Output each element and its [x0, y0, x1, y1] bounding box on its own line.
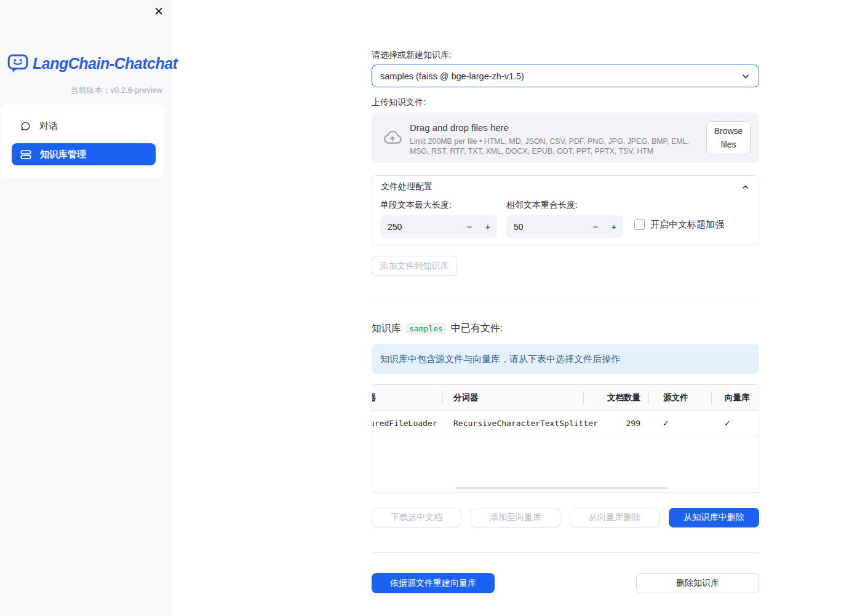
- overlap-size-value[interactable]: 50: [506, 222, 586, 232]
- logo: LangChain-Chatchat: [7, 53, 177, 73]
- rebuild-vector-store-button[interactable]: 依据源文件重建向量库: [372, 573, 495, 593]
- version-label: 当前版本：: [70, 85, 110, 95]
- sidebar-item-label: 对话: [39, 120, 58, 132]
- delete-from-vector-store-button[interactable]: 从向量库删除: [570, 508, 660, 527]
- kb-files-heading: 知识库 samples 中已有文件:: [372, 322, 503, 335]
- table-row[interactable]: uredFileLoader RecursiveCharacterTextSpl…: [372, 411, 759, 436]
- kb-select[interactable]: samples (faiss @ bge-large-zh-v1.5): [372, 65, 759, 87]
- chevron-down-icon: [741, 71, 751, 81]
- table-header-row: 器 分词器 文档数量 源文件 向量库: [372, 385, 759, 411]
- chevron-up-icon: [741, 183, 750, 192]
- chunk-size-label: 单段文本最大长度:: [380, 200, 452, 211]
- cell-vector-check[interactable]: ✓: [724, 411, 731, 436]
- info-banner: 知识库中包含源文件与向量库，请从下表中选择文件后操作: [372, 344, 759, 374]
- cell-loader[interactable]: uredFileLoader: [372, 411, 437, 436]
- browse-files-button[interactable]: Browse files: [706, 121, 751, 154]
- overlap-size-input: 50 − +: [506, 215, 623, 238]
- app-window: ✕ LangChain-Chatchat 当前版本：v0.2.6-preview: [0, 0, 849, 616]
- sidebar-menu: 对话 知识库管理: [1, 105, 164, 178]
- delete-kb-button[interactable]: 删除知识库: [636, 573, 759, 593]
- chat-icon: [20, 121, 31, 132]
- add-to-vector-store-button[interactable]: 添加至向量库: [471, 508, 560, 527]
- sidebar-item-label: 知识库管理: [40, 149, 86, 160]
- table-header-vector: 向量库: [725, 385, 750, 411]
- horizontal-scrollbar[interactable]: [455, 487, 668, 489]
- kb-files-prefix: 知识库: [372, 322, 401, 335]
- cell-source-check[interactable]: ✓: [663, 411, 669, 436]
- zh-title-enhance-checkbox[interactable]: [634, 219, 645, 230]
- dropzone-title: Drag and drop files here: [410, 122, 509, 133]
- info-text: 知识库中包含源文件与向量库，请从下表中选择文件后操作: [380, 353, 620, 365]
- add-files-button[interactable]: 添加文件到知识库: [372, 256, 457, 276]
- sidebar-close-button[interactable]: ✕: [150, 2, 167, 20]
- divider: [372, 302, 759, 302]
- file-dropzone[interactable]: Drag and drop files here Limit 200MB per…: [372, 113, 759, 163]
- zh-title-enhance-row: 开启中文标题加强: [634, 219, 724, 231]
- overlap-size-label: 相邻文本重合长度:: [506, 200, 578, 211]
- expander-header[interactable]: 文件处理配置: [372, 176, 759, 198]
- close-icon: ✕: [154, 4, 164, 18]
- chat-bubble-logo-icon: [7, 53, 28, 73]
- table-header-doc-count: 文档数量: [607, 385, 640, 411]
- table-header-splitter: 分词器: [453, 385, 479, 411]
- increment-button[interactable]: +: [605, 215, 623, 238]
- cloud-upload-icon: [382, 128, 403, 148]
- sidebar: ✕ LangChain-Chatchat 当前版本：v0.2.6-preview: [0, 0, 172, 616]
- kb-files-suffix: 中已有文件:: [451, 322, 503, 335]
- chunk-size-value[interactable]: 250: [380, 222, 460, 232]
- upload-label: 上传知识文件:: [372, 97, 426, 108]
- files-table: 器 分词器 文档数量 源文件 向量库 uredFileLoader Recurs…: [372, 384, 759, 493]
- chunk-size-input: 250 − +: [380, 215, 497, 238]
- divider: [372, 552, 759, 553]
- sidebar-item-knowledge-base[interactable]: 知识库管理: [12, 143, 156, 165]
- increment-button[interactable]: +: [479, 215, 497, 238]
- cell-splitter[interactable]: RecursiveCharacterTextSplitter: [453, 411, 598, 436]
- table-header-loader: 器: [372, 385, 377, 411]
- kb-name-code: samples: [406, 323, 446, 334]
- decrement-button[interactable]: −: [460, 215, 479, 238]
- dropzone-limit-text: Limit 200MB per file • HTML, MD, JSON, C…: [410, 136, 704, 156]
- kb-select-label: 请选择或新建知识库:: [372, 50, 452, 61]
- database-icon: [20, 149, 31, 160]
- version-line: 当前版本：v0.2.6-preview: [70, 85, 162, 96]
- sidebar-item-chat[interactable]: 对话: [12, 115, 156, 137]
- decrement-button[interactable]: −: [586, 215, 605, 238]
- logo-text: LangChain-Chatchat: [33, 55, 177, 73]
- zh-title-enhance-label[interactable]: 开启中文标题加强: [650, 219, 724, 231]
- version-value: v0.2.6-preview: [110, 85, 162, 95]
- cell-doc-count[interactable]: 299: [626, 411, 640, 436]
- expander-title: 文件处理配置: [381, 181, 432, 192]
- table-header-source: 源文件: [663, 385, 688, 411]
- download-selected-button[interactable]: 下载选中文档: [372, 508, 461, 527]
- kb-select-value: samples (faiss @ bge-large-zh-v1.5): [380, 71, 741, 81]
- delete-from-kb-button[interactable]: 从知识库中删除: [669, 508, 759, 527]
